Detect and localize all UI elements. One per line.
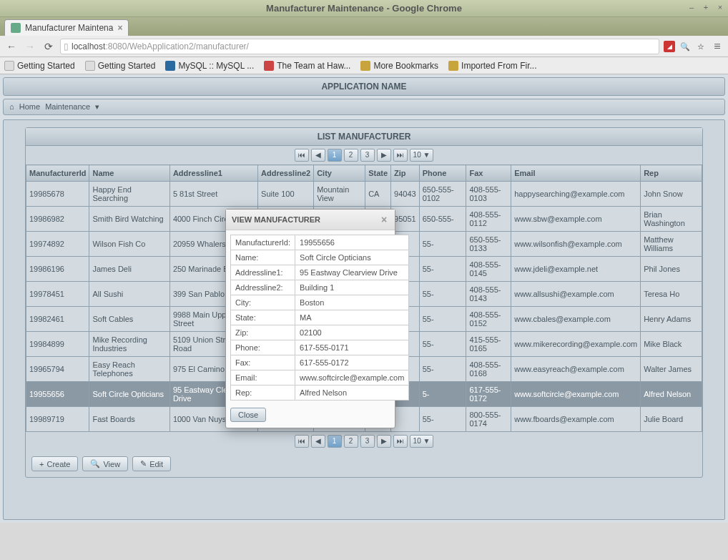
column-header[interactable]: City — [314, 165, 365, 182]
close-window-icon[interactable]: × — [715, 2, 725, 12]
page-number[interactable]: 2 — [344, 435, 358, 448]
table-cell: 19986982 — [26, 207, 89, 232]
table-cell: 19985678 — [26, 182, 89, 207]
table-cell: 55- — [419, 232, 466, 257]
page-last-icon[interactable]: ⏭ — [393, 149, 408, 162]
table-cell: Henry Adams — [641, 307, 702, 332]
field-value: 19955656 — [295, 235, 409, 250]
column-header[interactable]: Email — [511, 165, 641, 182]
table-cell: Soft Cables — [89, 307, 169, 332]
field-label: Rep: — [231, 385, 295, 401]
page-prev-icon[interactable]: ◀ — [311, 149, 325, 162]
field-value: Alfred Nelson — [295, 385, 409, 401]
page-size-select[interactable]: 10 ▼ — [410, 435, 434, 448]
bookmarks-bar: Getting Started Getting Started MySQL ::… — [0, 57, 728, 74]
table-cell: www.mikerecording@example.com — [511, 332, 641, 357]
page-number[interactable]: 1 — [328, 435, 342, 448]
page-number[interactable]: 1 — [328, 149, 342, 162]
bookmark-icon — [448, 61, 458, 71]
field-value: 617-555-0172 — [295, 355, 409, 370]
main-frame: LIST MANUFACTURER ⏮ ◀ 1 2 3 ▶ ⏭ 10 ▼ Man… — [3, 119, 725, 520]
star-icon[interactable]: ☆ — [695, 41, 707, 52]
chevron-down-icon[interactable]: ▾ — [95, 102, 99, 111]
bookmark-label: Imported From Fir... — [461, 61, 536, 71]
page-number[interactable]: 3 — [360, 435, 375, 448]
minimize-icon[interactable]: – — [687, 2, 697, 12]
page-prev-icon[interactable]: ◀ — [311, 435, 325, 448]
field-value: 02100 — [295, 325, 409, 340]
url-actions: ◢ 🔍 ☆ — [664, 41, 707, 52]
bookmark-icon — [360, 61, 370, 71]
column-header[interactable]: Addressline1 — [169, 165, 257, 182]
zoom-icon[interactable]: 🔍 — [679, 41, 691, 52]
table-cell: 5 81st Street — [169, 182, 257, 207]
table-cell: 94043 — [391, 182, 420, 207]
url-input[interactable]: ▯ localhost:8080/WebApplication2/manufac… — [60, 39, 659, 54]
bookmark-item[interactable]: Getting Started — [85, 61, 156, 71]
column-header[interactable]: State — [365, 165, 391, 182]
table-cell: 408-555-0103 — [466, 182, 511, 207]
extension-icon[interactable]: ◢ — [664, 41, 675, 52]
table-cell: Soft Circle Opticians — [89, 382, 169, 407]
table-cell: 55- — [419, 257, 466, 282]
bookmark-item[interactable]: More Bookmarks — [360, 61, 438, 71]
close-button[interactable]: Close — [230, 408, 266, 422]
paginator-bottom: ⏮ ◀ 1 2 3 ▶ ⏭ 10 ▼ — [26, 432, 702, 451]
tab-close-icon[interactable]: × — [117, 23, 122, 33]
bookmark-item[interactable]: MySQL :: MySQL ... — [165, 61, 254, 71]
search-icon: 🔍 — [90, 459, 100, 468]
bookmark-item[interactable]: Imported From Fir... — [448, 61, 536, 71]
view-modal: VIEW MANUFACTURER × ManufacturerId:19955… — [225, 209, 395, 428]
table-cell: All Sushi — [89, 282, 169, 307]
bookmark-icon — [264, 61, 274, 71]
column-header[interactable]: Addressline2 — [258, 165, 314, 182]
page-first-icon[interactable]: ⏮ — [295, 149, 309, 162]
forward-icon[interactable]: → — [23, 39, 37, 54]
page-first-icon[interactable]: ⏮ — [295, 435, 309, 448]
column-header[interactable]: Zip — [391, 165, 420, 182]
field-value: Building 1 — [295, 280, 409, 295]
column-header[interactable]: Name — [89, 165, 169, 182]
page-size-select[interactable]: 10 ▼ — [410, 149, 434, 162]
view-button[interactable]: 🔍View — [82, 456, 128, 471]
table-cell: 800-555-0174 — [466, 407, 511, 432]
table-cell: Walter James — [641, 357, 702, 382]
page-number[interactable]: 3 — [360, 149, 375, 162]
bookmark-label: Getting Started — [98, 61, 156, 71]
table-cell: Matthew Williams — [641, 232, 702, 257]
maximize-icon[interactable]: + — [701, 2, 711, 12]
browser-tab[interactable]: Manufacturer Maintena × — [4, 19, 129, 36]
bookmark-item[interactable]: Getting Started — [4, 61, 75, 71]
page-last-icon[interactable]: ⏭ — [393, 435, 408, 448]
column-header[interactable]: Phone — [419, 165, 466, 182]
field-label: Addressline2: — [231, 280, 295, 295]
table-cell: 650-555-0133 — [466, 232, 511, 257]
column-header[interactable]: Fax — [466, 165, 511, 182]
modal-header[interactable]: VIEW MANUFACTURER × — [226, 210, 395, 230]
table-cell: Teresa Ho — [641, 282, 702, 307]
table-cell: Suite 100 — [258, 182, 314, 207]
table-cell: Alfred Nelson — [641, 382, 702, 407]
browser-menu-icon[interactable]: ≡ — [711, 40, 724, 53]
url-host: localhost — [72, 41, 105, 51]
column-header[interactable]: Rep — [641, 165, 702, 182]
bookmark-item[interactable]: The Team at Haw... — [264, 61, 350, 71]
page-number[interactable]: 2 — [344, 149, 358, 162]
table-row[interactable]: 19985678Happy End Searching5 81st Street… — [26, 182, 702, 207]
table-cell: John Snow — [641, 182, 702, 207]
page-next-icon[interactable]: ▶ — [377, 149, 391, 162]
field-value: Soft Circle Opticians — [295, 250, 409, 265]
reload-icon[interactable]: ⟳ — [41, 39, 56, 54]
breadcrumb-maintenance[interactable]: Maintenance — [45, 102, 90, 111]
table-cell: 19989719 — [26, 407, 89, 432]
bookmark-icon — [165, 61, 175, 71]
back-icon[interactable]: ← — [4, 39, 19, 54]
plus-icon: + — [39, 460, 44, 468]
edit-button[interactable]: ✎Edit — [132, 456, 171, 471]
modal-close-icon[interactable]: × — [379, 214, 389, 225]
breadcrumb-home[interactable]: Home — [19, 102, 40, 111]
page-next-icon[interactable]: ▶ — [377, 435, 391, 448]
app-header: APPLICATION NAME — [3, 77, 725, 96]
column-header[interactable]: ManufacturerId — [26, 165, 89, 182]
create-button[interactable]: +Create — [31, 456, 78, 471]
